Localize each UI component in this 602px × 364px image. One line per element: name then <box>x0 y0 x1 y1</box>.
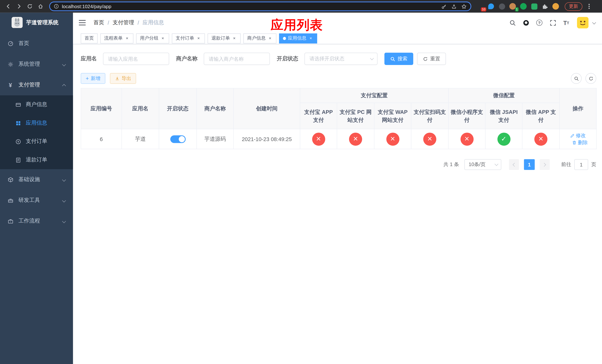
help-icon[interactable] <box>534 18 544 28</box>
browser-extensions-area: 10 1 <box>477 3 559 10</box>
sidebar-item-infrastructure[interactable]: 基础设施 <box>0 169 73 190</box>
close-icon[interactable] <box>232 36 237 41</box>
search-icon[interactable] <box>507 18 517 28</box>
app-table: 应用编号 应用名 开启状态 商户名称 创建时间 支付宝配置 微信配置 操作 支付… <box>81 88 597 149</box>
chevron-down-icon <box>495 162 498 166</box>
status-select[interactable]: 请选择开启状态 <box>304 53 378 65</box>
tab-label: 支付订单 <box>176 35 194 42</box>
app-grid-icon <box>15 120 21 126</box>
collapse-sidebar-icon[interactable] <box>79 19 87 27</box>
profile-avatar-extension-icon[interactable] <box>552 3 559 10</box>
goto-unit-label: 页 <box>591 161 596 168</box>
alipay-app-status-icon <box>312 132 325 146</box>
sidebar-item-label: 系统管理 <box>19 61 40 68</box>
page-size-select[interactable]: 10条/页 <box>464 159 501 170</box>
wechat-devtools-extension-icon[interactable] <box>531 3 538 10</box>
app-name-input[interactable] <box>103 53 169 65</box>
tab-label: 应用信息 <box>288 35 306 42</box>
site-info-icon[interactable] <box>54 4 59 9</box>
tab-label: 首页 <box>85 35 94 42</box>
close-icon[interactable] <box>125 36 129 41</box>
chevron-down-icon <box>62 219 66 223</box>
sidebar-item-workflow[interactable]: 工作流程 <box>0 211 73 231</box>
green-circle-extension-icon[interactable] <box>520 3 527 10</box>
font-size-icon[interactable] <box>561 18 571 28</box>
reset-button-label: 重置 <box>430 55 440 62</box>
cell-actions: 修改 删除 <box>559 129 596 149</box>
export-button[interactable]: 导出 <box>110 73 136 84</box>
tab-process-form[interactable]: 流程表单 <box>100 33 133 43</box>
sidebar-item-app-info[interactable]: 应用信息 <box>0 114 73 132</box>
add-button[interactable]: 新增 <box>81 73 105 84</box>
tab-pay-orders[interactable]: 支付订单 <box>172 33 205 43</box>
sidebar-item-payment[interactable]: 支付管理 <box>0 75 73 95</box>
screen: localhost:1024/pay/app 10 1 <box>0 0 602 364</box>
edit-link[interactable]: 修改 <box>570 132 586 139</box>
breadcrumb-home[interactable]: 首页 <box>94 19 104 26</box>
avatar-extension-badge: 1 <box>515 7 519 11</box>
sidebar-item-home[interactable]: 首页 <box>0 33 73 54</box>
sidebar-item-devtools[interactable]: 研发工具 <box>0 190 73 211</box>
user-avatar[interactable] <box>577 17 589 28</box>
toggle-search-button[interactable] <box>571 73 582 84</box>
breadcrumb-separator: / <box>138 20 139 26</box>
browser-update-button[interactable]: 更新 <box>565 2 582 11</box>
sidebar-item-pay-orders[interactable]: 支付订单 <box>0 132 73 151</box>
github-icon[interactable] <box>521 18 531 28</box>
sidebar-item-merchant-info[interactable]: 商户信息 <box>0 95 73 114</box>
browser-forward-icon[interactable] <box>14 1 24 11</box>
page-content: 应用名 商户名称 开启状态 请选择开启状态 <box>73 44 602 364</box>
sidebar-item-refund-orders[interactable]: 退款订单 <box>0 151 73 169</box>
share-icon[interactable] <box>451 4 457 9</box>
breadcrumb-payment[interactable]: 支付管理 <box>113 19 134 26</box>
browser-menu-icon[interactable] <box>586 6 592 7</box>
gear-icon <box>7 61 13 67</box>
tab-refund-orders[interactable]: 退款订单 <box>207 33 241 43</box>
fullscreen-icon[interactable] <box>548 18 558 28</box>
tab-label: 商户信息 <box>247 35 266 42</box>
search-button[interactable]: 搜索 <box>385 53 413 65</box>
browser-home-icon[interactable] <box>35 1 45 11</box>
bookmark-star-icon[interactable] <box>461 4 467 9</box>
col-alipay-app: 支付宝 APP 支付 <box>300 103 337 129</box>
breadcrumb-separator: / <box>108 20 109 26</box>
workflow-icon <box>7 218 13 224</box>
close-icon[interactable] <box>268 36 272 41</box>
sidebar-item-label: 工作流程 <box>19 218 40 225</box>
browser-back-icon[interactable] <box>3 1 13 11</box>
app-name-label: 应用名 <box>81 55 97 62</box>
cell-app-id: 6 <box>81 129 122 149</box>
password-key-icon[interactable] <box>441 4 447 9</box>
group-wechat-config: 微信配置 <box>448 88 559 103</box>
tab-manager-extension-icon[interactable]: 10 <box>477 3 484 10</box>
goto-page-input[interactable] <box>574 159 588 170</box>
delete-link[interactable]: 删除 <box>572 139 588 146</box>
prev-page-button[interactable] <box>509 159 519 170</box>
user-menu-caret-icon[interactable] <box>592 20 596 24</box>
close-icon[interactable] <box>196 36 201 41</box>
refresh-table-button[interactable] <box>586 73 596 84</box>
page-number-1[interactable]: 1 <box>524 159 535 170</box>
col-wechat-jsapi: 微信 JSAPI 支付 <box>485 103 522 129</box>
browser-refresh-icon[interactable] <box>25 1 35 11</box>
tab-user-group[interactable]: 用户分组 <box>136 33 169 43</box>
extensions-puzzle-icon[interactable] <box>541 3 548 10</box>
tab-app-info[interactable]: 应用信息 <box>279 33 317 43</box>
status-toggle[interactable] <box>170 135 185 143</box>
merchant-name-input[interactable] <box>204 53 270 65</box>
tab-home[interactable]: 首页 <box>81 33 97 43</box>
alipay-pc-status-icon <box>349 132 362 146</box>
drop-extension-icon[interactable] <box>487 3 495 10</box>
address-bar[interactable]: localhost:1024/pay/app <box>49 1 471 11</box>
next-page-button[interactable] <box>540 159 550 170</box>
close-icon[interactable] <box>160 36 165 41</box>
dark-circle-extension-icon[interactable] <box>498 3 505 10</box>
wechat-mini-status-icon <box>460 132 473 146</box>
sidebar-item-system[interactable]: 系统管理 <box>0 54 73 75</box>
tab-label: 流程表单 <box>104 35 123 42</box>
col-wechat-mini: 微信小程序支付 <box>448 103 485 129</box>
close-icon[interactable] <box>308 36 313 41</box>
tab-merchant-info[interactable]: 商户信息 <box>243 33 276 43</box>
reset-button[interactable]: 重置 <box>417 53 446 65</box>
avatar-extension-icon[interactable]: 1 <box>509 3 516 10</box>
